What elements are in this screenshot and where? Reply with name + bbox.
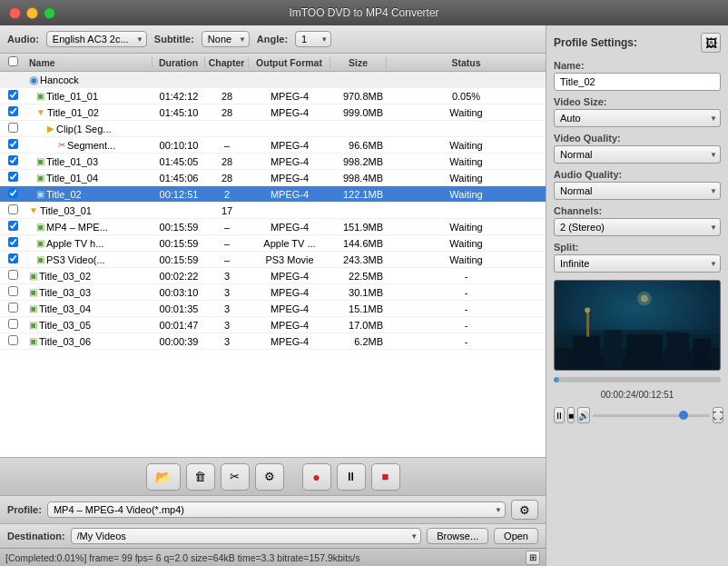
name-label: Name:	[554, 60, 721, 71]
row-checkbox[interactable]	[8, 139, 18, 149]
row-checkbox[interactable]	[8, 90, 18, 100]
volume-button[interactable]: 🔊	[577, 407, 590, 423]
pause-button[interactable]: ⏸	[337, 463, 366, 491]
profile-icon-button[interactable]: 🖼	[701, 33, 721, 53]
table-row[interactable]: ▣ Title_01_04 01:45:06 28 MPEG-4 998.4MB…	[0, 170, 546, 186]
select-all-checkbox[interactable]	[8, 56, 18, 66]
row-check	[0, 221, 25, 233]
table-row[interactable]: ▶ Clip(1 Seg...	[0, 121, 546, 137]
row-checkbox[interactable]	[8, 123, 18, 133]
clear-button[interactable]: 🗑	[186, 463, 215, 491]
row-check	[0, 303, 25, 314]
stop-icon: ■	[382, 470, 389, 483]
subtitle-label: Subtitle:	[154, 34, 194, 45]
table-row[interactable]: ◉ Hancock	[0, 72, 546, 88]
play-pause-button[interactable]: ⏸	[554, 407, 565, 423]
video-progress-fill	[554, 377, 559, 382]
row-checkbox[interactable]	[8, 286, 18, 296]
video-preview	[554, 280, 721, 371]
table-row[interactable]: ▣ Title_02 00:12:51 2 MPEG-4 122.1MB Wai…	[0, 186, 546, 203]
table-row[interactable]: ▣ Title_03_04 00:01:35 3 MPEG-4 15.1MB -	[0, 301, 546, 317]
panel-title: Profile Settings:	[554, 36, 637, 49]
edit-button[interactable]: ✂	[221, 463, 250, 491]
row-checkbox[interactable]	[8, 319, 18, 329]
name-field-group: Name:	[554, 60, 721, 91]
video-size-label: Video Size:	[554, 96, 721, 107]
main-content: Audio: English AC3 2c... Subtitle: None …	[0, 25, 728, 566]
angle-select[interactable]: 1	[295, 31, 331, 47]
row-checkbox[interactable]	[8, 221, 18, 231]
settings-button[interactable]: ⚙	[255, 463, 284, 491]
row-checkbox[interactable]	[8, 106, 18, 116]
video-quality-select[interactable]: Normal Low High	[554, 145, 721, 164]
table-row[interactable]: ▣ Title_01_01 01:42:12 28 MPEG-4 970.8MB…	[0, 88, 546, 104]
name-input[interactable]	[554, 73, 721, 91]
stop-button[interactable]: ■	[371, 463, 400, 491]
destination-bar: Destination: /My Videos Browse... Open	[0, 523, 546, 548]
table-row[interactable]: ▣ Apple TV h... 00:15:59 – Apple TV ... …	[0, 235, 546, 252]
video-progress-bar[interactable]	[554, 377, 721, 382]
window-controls	[9, 7, 55, 19]
row-check	[0, 253, 25, 265]
destination-select[interactable]: /My Videos	[71, 528, 422, 544]
row-checkbox[interactable]	[8, 253, 18, 263]
maximize-button[interactable]	[44, 7, 55, 19]
add-source-icon: 📂	[155, 470, 171, 484]
volume-slider[interactable]	[593, 414, 710, 417]
audio-select-wrapper: English AC3 2c...	[46, 31, 147, 47]
main-toolbar: 📂 🗑 ✂ ⚙ ● ⏸ ■	[0, 457, 546, 495]
col-header-name: Name	[25, 57, 152, 68]
preview-canvas	[555, 281, 720, 370]
video-size-select[interactable]: Auto 320x240 640x480	[554, 109, 721, 127]
profile-settings-icon: ⚙	[519, 503, 530, 517]
row-checkbox[interactable]	[8, 204, 18, 214]
row-checkbox[interactable]	[8, 335, 18, 345]
status-text: [Completed:0.01%] frame= 99 fps= 6 q=2.0…	[5, 552, 522, 563]
audio-quality-select[interactable]: Normal Low High	[554, 182, 721, 200]
row-name: ✂ Segment...	[25, 140, 152, 151]
row-check	[0, 188, 25, 200]
file-list-container: Name Duration Chapter Output Format Size…	[0, 54, 546, 457]
table-row[interactable]: ▣ MP4 – MPE... 00:15:59 – MPEG-4 151.9MB…	[0, 219, 546, 235]
video-quality-field-group: Video Quality: Normal Low High	[554, 133, 721, 164]
row-checkbox[interactable]	[8, 188, 18, 198]
add-source-button[interactable]: 📂	[146, 463, 181, 491]
row-checkbox[interactable]	[8, 303, 18, 313]
table-row[interactable]: ▼ Title_03_01 17	[0, 203, 546, 219]
film-icon: ▣	[36, 189, 44, 199]
row-check	[0, 106, 25, 118]
stop-preview-button[interactable]: ■	[567, 407, 575, 423]
table-row[interactable]: ▣ PS3 Video(... 00:15:59 – PS3 Movie 243…	[0, 252, 546, 268]
channels-select[interactable]: 2 (Stereo) 1 (Mono)	[554, 218, 721, 236]
status-expand-button[interactable]: ⊞	[526, 551, 540, 565]
profile-settings-button[interactable]: ⚙	[511, 500, 538, 520]
row-checkbox[interactable]	[8, 237, 18, 247]
film-icon: ▣	[36, 91, 44, 101]
film-icon: ▣	[36, 156, 44, 166]
profile-select[interactable]: MP4 – MPEG-4 Video(*.mp4)	[47, 501, 506, 518]
table-row[interactable]: ▼ Title_01_02 01:45:10 28 MPEG-4 999.0MB…	[0, 104, 546, 121]
row-name: ▣ PS3 Video(...	[25, 254, 152, 265]
record-button[interactable]: ●	[302, 463, 331, 491]
row-checkbox[interactable]	[8, 172, 18, 182]
table-row[interactable]: ▣ Title_01_03 01:45:05 28 MPEG-4 998.2MB…	[0, 154, 546, 170]
row-check	[0, 155, 25, 167]
fullscreen-button[interactable]: ⛶	[713, 407, 723, 423]
row-check	[0, 123, 25, 134]
table-row[interactable]: ▣ Title_03_03 00:03:10 3 MPEG-4 30.1MB -	[0, 284, 546, 301]
audio-select[interactable]: English AC3 2c...	[46, 31, 147, 47]
table-row[interactable]: ▣ Title_03_05 00:01:47 3 MPEG-4 17.0MB -	[0, 317, 546, 333]
table-row[interactable]: ✂ Segment... 00:10:10 – MPEG-4 96.6MB Wa…	[0, 137, 546, 154]
row-checkbox[interactable]	[8, 270, 18, 280]
file-list-body[interactable]: ◉ Hancock ▣ Title_01_01	[0, 72, 546, 457]
table-row[interactable]: ▣ Title_03_02 00:02:22 3 MPEG-4 22.5MB -	[0, 268, 546, 284]
channels-label: Channels:	[554, 205, 721, 216]
subtitle-select[interactable]: None	[202, 31, 250, 47]
open-button[interactable]: Open	[494, 528, 538, 544]
split-select[interactable]: Infinite By Size By Time	[554, 254, 721, 273]
minimize-button[interactable]	[26, 7, 38, 19]
row-checkbox[interactable]	[8, 155, 18, 165]
table-row[interactable]: ▣ Title_03_06 00:00:39 3 MPEG-4 6.2MB -	[0, 333, 546, 350]
browse-button[interactable]: Browse...	[427, 528, 488, 544]
close-button[interactable]	[9, 7, 21, 19]
